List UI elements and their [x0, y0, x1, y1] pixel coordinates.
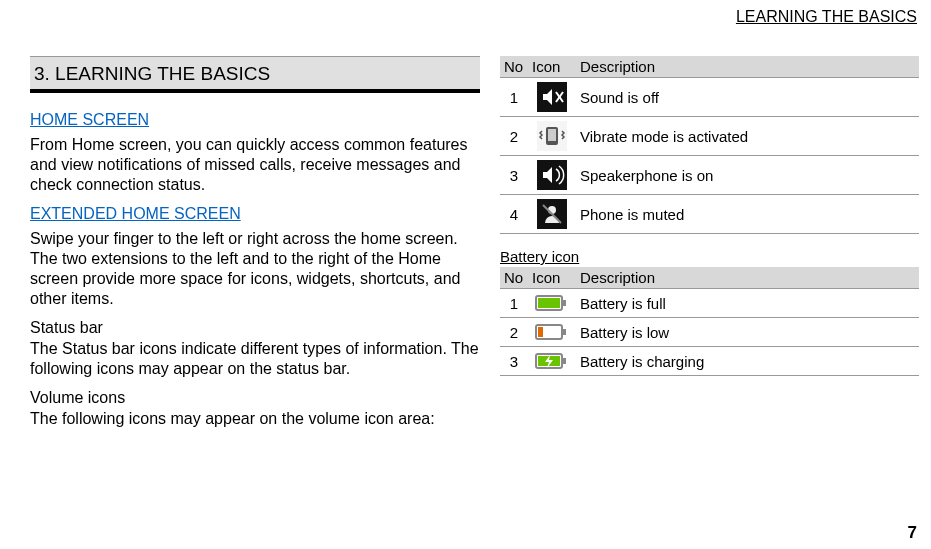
table-row: 2 Battery is low: [500, 318, 919, 347]
battery-icons-table: No Icon Description 1 Battery is full 2 …: [500, 267, 919, 376]
vibrate-icon: [528, 117, 576, 156]
col-icon: Icon: [528, 56, 576, 78]
svg-rect-11: [562, 300, 566, 306]
row-no: 4: [500, 195, 528, 234]
battery-icon-heading: Battery icon: [500, 248, 919, 265]
left-column: 3. LEARNING THE BASICS HOME SCREEN From …: [30, 56, 480, 439]
svg-rect-12: [538, 298, 560, 308]
chapter-title: 3. LEARNING THE BASICS: [30, 56, 480, 93]
battery-full-icon: [528, 289, 576, 318]
row-no: 1: [500, 289, 528, 318]
speakerphone-icon: [528, 156, 576, 195]
row-desc: Battery is low: [576, 318, 919, 347]
home-screen-heading[interactable]: HOME SCREEN: [30, 111, 480, 129]
svg-rect-17: [562, 358, 566, 364]
table-row: 1 Sound is off: [500, 78, 919, 117]
mute-icon: [528, 195, 576, 234]
row-no: 2: [500, 117, 528, 156]
row-desc: Battery is full: [576, 289, 919, 318]
volume-icons-heading: Volume icons: [30, 389, 480, 407]
running-header: LEARNING THE BASICS: [30, 8, 919, 26]
col-icon: Icon: [528, 267, 576, 289]
row-no: 3: [500, 156, 528, 195]
row-no: 1: [500, 78, 528, 117]
svg-rect-15: [538, 327, 543, 337]
col-desc: Description: [576, 56, 919, 78]
row-desc: Phone is muted: [576, 195, 919, 234]
table-header-row: No Icon Description: [500, 56, 919, 78]
svg-rect-14: [562, 329, 566, 335]
col-desc: Description: [576, 267, 919, 289]
table-row: 2 Vibrate mode is activated: [500, 117, 919, 156]
extended-home-heading[interactable]: EXTENDED HOME SCREEN: [30, 205, 480, 223]
battery-charging-icon: [528, 347, 576, 376]
extended-home-body: Swipe your finger to the left or right a…: [30, 229, 480, 309]
battery-low-icon: [528, 318, 576, 347]
volume-icons-body: The following icons may appear on the vo…: [30, 409, 480, 429]
table-row: 4 Phone is muted: [500, 195, 919, 234]
sound-off-icon: [528, 78, 576, 117]
table-header-row: No Icon Description: [500, 267, 919, 289]
page-number: 7: [908, 523, 917, 543]
row-desc: Battery is charging: [576, 347, 919, 376]
row-no: 2: [500, 318, 528, 347]
col-no: No: [500, 267, 528, 289]
table-row: 3 Battery is charging: [500, 347, 919, 376]
row-desc: Vibrate mode is activated: [576, 117, 919, 156]
col-no: No: [500, 56, 528, 78]
volume-icons-table: No Icon Description 1 Sound is off 2 Vib…: [500, 56, 919, 234]
svg-rect-5: [548, 129, 556, 141]
row-desc: Speakerphone is on: [576, 156, 919, 195]
right-column: No Icon Description 1 Sound is off 2 Vib…: [500, 56, 919, 439]
row-no: 3: [500, 347, 528, 376]
table-row: 3 Speakerphone is on: [500, 156, 919, 195]
status-bar-heading: Status bar: [30, 319, 480, 337]
status-bar-body: The Status bar icons indicate different …: [30, 339, 480, 379]
table-row: 1 Battery is full: [500, 289, 919, 318]
row-desc: Sound is off: [576, 78, 919, 117]
home-screen-body: From Home screen, you can quickly access…: [30, 135, 480, 195]
